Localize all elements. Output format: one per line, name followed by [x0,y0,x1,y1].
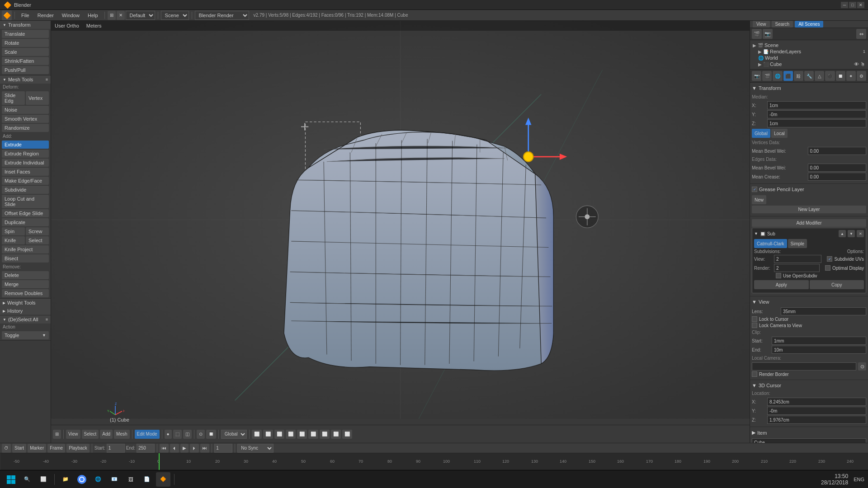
world-item[interactable]: 🌐 World [757,55,866,61]
subdivide-uvs-cb[interactable] [827,256,832,262]
photos-btn[interactable]: 🖼 [123,472,138,487]
frame-btn[interactable]: Frame [47,444,65,453]
cursor-3d-header[interactable]: ▼ 3D Cursor [752,382,866,390]
mean-crease-input[interactable] [808,173,867,181]
rp-transform-header[interactable]: ▼ Transform [752,84,866,93]
y-input[interactable] [767,110,866,118]
item-header[interactable]: ▶ Item [752,429,866,437]
transform-header[interactable]: ▼ Transform [0,21,51,29]
layout-select[interactable]: Default [126,11,155,20]
object-prop-icon[interactable]: ⬛ [783,71,793,81]
expand-icon-btn[interactable]: ⇔ [856,29,866,39]
vp-extra6[interactable]: ⬜ [308,430,318,439]
start-btn[interactable] [4,472,18,487]
view-section-header[interactable]: ▼ View [752,298,866,306]
playback-btn[interactable]: Playback [66,444,90,453]
x-input[interactable] [767,101,866,109]
shrink-fatten-btn[interactable]: Shrink/Fatten [2,57,49,65]
all-scenes-tab[interactable]: All Scenes [795,21,823,28]
next-frame-btn[interactable]: ⏵ [190,444,199,453]
mode-btn[interactable]: Edit Mode [135,430,160,439]
bisect-btn[interactable]: Bisect [2,254,49,263]
vp-icon-btn[interactable]: ⊞ [53,430,61,439]
history-btn[interactable]: ▶ History [0,307,51,315]
opensubdiv-cb[interactable] [776,273,781,278]
offset-edge-btn[interactable]: Offset Edge Slide [2,209,49,217]
extrude-region-btn[interactable]: Extrude Region [2,150,49,158]
solid-shade-btn[interactable]: ● [165,430,172,439]
view-sub-input[interactable] [774,255,821,263]
new-btn[interactable]: New [752,195,766,204]
screw-btn[interactable]: Screw [26,227,49,235]
render-layers-item[interactable]: ▶ 📑 RenderLayers 1 [757,48,866,55]
spin-btn[interactable]: Spin [2,227,25,235]
toggle-btn[interactable]: Toggle▼ [2,331,49,339]
maximize-button[interactable]: □ [849,2,856,8]
prev-frame-btn[interactable]: ⏴ [170,444,179,453]
viewport-3d[interactable] [51,21,750,419]
minimize-button[interactable]: ─ [841,2,848,8]
layout-dropdown-btn[interactable]: ✕ [117,11,125,20]
scene-icon-btn[interactable]: 🎬 [752,29,762,39]
vp-extra4[interactable]: ⬜ [286,430,296,439]
translate-btn[interactable]: Translate [2,30,49,38]
scene-prop-icon[interactable]: 🎬 [762,71,772,81]
mean-bevel-w-input[interactable] [808,147,867,155]
snap-btn[interactable]: 🔲 [206,430,216,439]
lock-cursor-cb[interactable] [752,316,757,322]
engine-select[interactable]: Blender Render [195,11,249,20]
push-pull-btn[interactable]: Push/Pull [2,66,49,74]
edge-btn[interactable]: 🌐 [91,472,105,487]
cube-item[interactable]: ▶ ⬛ Cube 👁 🖱 [757,61,866,67]
clip-start-input[interactable] [772,337,866,345]
render-prop-icon[interactable]: 📷 [752,71,761,81]
copy-btn[interactable]: Copy [810,280,864,289]
select-btn[interactable]: Select [26,236,49,244]
inset-faces-btn[interactable]: Inset Faces [2,168,49,176]
scene-select[interactable]: Scene [161,11,189,20]
modifier-prop-icon[interactable]: 🔧 [804,71,814,81]
grease-pencil-cb[interactable] [752,187,757,192]
menu-window[interactable]: Window [58,12,83,19]
extrude-individual-btn[interactable]: Extrude Individual [2,159,49,167]
item-name-input[interactable] [752,438,866,443]
optimal-display-cb[interactable] [825,265,830,271]
rotate-btn[interactable]: Rotate [2,39,49,47]
world-prop-icon[interactable]: 🌐 [773,71,782,81]
randomize-btn[interactable]: Randomize [2,124,49,132]
weight-tools-btn[interactable]: ▶ Weight Tools [0,299,51,307]
sub-icon2[interactable]: ▼ [848,230,855,237]
cx-input[interactable] [767,398,866,406]
layout-icons[interactable]: ⊞ [108,11,116,20]
data-prop-icon[interactable]: △ [815,71,824,81]
delete-btn[interactable]: Delete [2,271,49,279]
apply-btn[interactable]: Apply [754,280,809,289]
mesh-tools-header[interactable]: ▼ Mesh Tools ≡ [0,75,51,84]
z-input[interactable] [767,119,866,127]
vertex-btn[interactable]: Vertex [26,91,49,105]
remove-doubles-btn[interactable]: Remove Doubles [2,289,49,297]
cz-input[interactable] [767,416,866,424]
constraint-prop-icon[interactable]: ⛓ [794,71,803,81]
mesh-menu-btn[interactable]: Mesh [114,430,129,439]
vp-extra5[interactable]: ⬜ [297,430,307,439]
scene-item[interactable]: ▶ 🎬 Scene [752,42,866,48]
tl-end-input[interactable] [137,444,155,453]
scale-btn[interactable]: Scale [2,48,49,56]
local-btn[interactable]: Local [771,129,788,138]
current-frame-input[interactable] [214,444,232,453]
menu-render[interactable]: Render [34,12,57,19]
physics-prop-icon[interactable]: ⚙ [857,71,866,81]
timeline-icon-btn[interactable]: ⏱ [2,444,11,453]
render-icon-btn[interactable]: 📷 [763,29,773,39]
timeline-ruler[interactable]: -50 -40 -30 -20 -10 0 10 20 30 40 50 60 … [0,453,868,470]
start-marker-btn[interactable]: Start [12,444,26,453]
view-menu-btn[interactable]: View [66,430,80,439]
grease-pencil-header[interactable]: Grease Pencil Layer [752,186,866,194]
loop-cut-btn[interactable]: Loop Cut and Slide [2,195,49,208]
viewport[interactable]: User Ortho Meters [51,21,750,443]
noise-btn[interactable]: Noise [2,106,49,114]
new-layer-btn[interactable]: New Layer [752,206,866,213]
catmull-clark-btn[interactable]: Catmull-Clark [754,239,787,248]
vp-extra7[interactable]: ⬜ [320,430,330,439]
